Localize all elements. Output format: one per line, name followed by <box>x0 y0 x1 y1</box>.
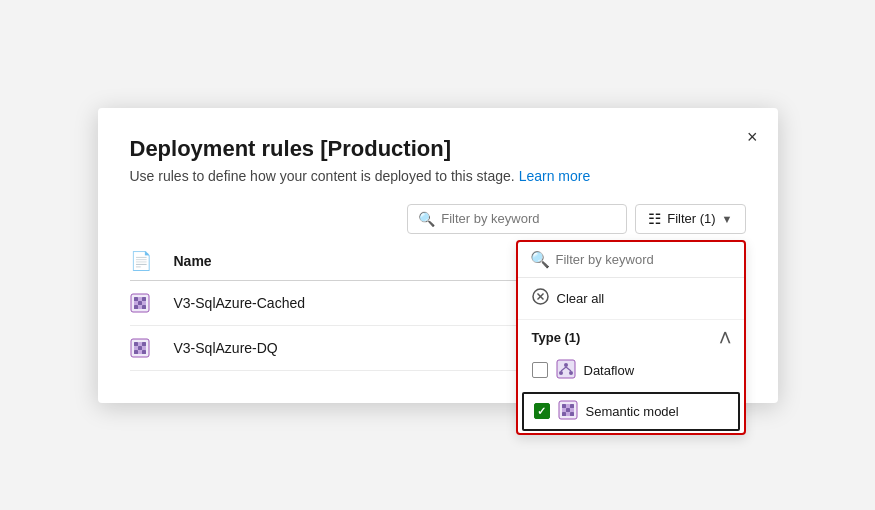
clear-all-button[interactable]: Clear all <box>518 278 744 320</box>
search-input[interactable] <box>441 211 616 226</box>
svg-rect-20 <box>134 297 138 301</box>
svg-rect-10 <box>562 404 566 408</box>
header-icon-col: 📄 <box>130 250 174 272</box>
filter-item-semantic-model[interactable]: Semantic model <box>522 392 740 431</box>
row-icon-col <box>130 293 174 313</box>
toolbar-row: 🔍 ☷ Filter (1) ▼ 🔍 <box>130 204 746 234</box>
svg-rect-35 <box>138 350 142 354</box>
svg-rect-14 <box>566 404 570 408</box>
svg-rect-15 <box>566 412 570 416</box>
svg-rect-26 <box>134 301 138 305</box>
dialog-title: Deployment rules [Production] <box>130 136 746 162</box>
dataflow-checkbox[interactable] <box>532 362 548 378</box>
semantic-model-checkbox[interactable] <box>534 403 550 419</box>
row-icon-col <box>130 338 174 358</box>
learn-more-link[interactable]: Learn more <box>519 168 591 184</box>
svg-rect-11 <box>570 404 574 408</box>
svg-rect-23 <box>142 305 146 309</box>
svg-rect-25 <box>138 305 142 309</box>
dropdown-search-row[interactable]: 🔍 <box>518 242 744 278</box>
search-icon: 🔍 <box>418 211 435 227</box>
svg-point-5 <box>559 371 563 375</box>
dataflow-icon <box>556 359 576 382</box>
svg-rect-37 <box>142 346 146 350</box>
svg-rect-13 <box>570 412 574 416</box>
svg-rect-32 <box>134 350 138 354</box>
document-icon: 📄 <box>130 251 152 271</box>
type-section-label: Type (1) <box>532 330 581 345</box>
semantic-model-icon <box>558 400 578 423</box>
filter-button[interactable]: ☷ Filter (1) ▼ <box>635 204 745 234</box>
type-section-header[interactable]: Type (1) ⋀ <box>518 320 744 351</box>
type-collapse-icon: ⋀ <box>720 330 730 344</box>
svg-rect-17 <box>570 408 574 412</box>
svg-rect-36 <box>134 346 138 350</box>
filter-lines-icon: ☷ <box>648 210 661 228</box>
filter-dropdown-panel: 🔍 Clear all <box>516 240 746 435</box>
svg-rect-31 <box>142 342 146 346</box>
close-button[interactable]: × <box>747 128 758 146</box>
clear-all-label: Clear all <box>557 291 605 306</box>
dataflow-label: Dataflow <box>584 363 635 378</box>
svg-rect-28 <box>138 301 142 305</box>
svg-rect-30 <box>134 342 138 346</box>
svg-rect-18 <box>566 408 570 412</box>
svg-rect-3 <box>557 360 575 378</box>
deployment-rules-dialog: × Deployment rules [Production] Use rule… <box>98 108 778 403</box>
svg-rect-22 <box>134 305 138 309</box>
svg-rect-16 <box>562 408 566 412</box>
chevron-down-icon: ▼ <box>722 213 733 225</box>
filter-item-dataflow[interactable]: Dataflow <box>518 351 744 390</box>
filter-label: Filter (1) <box>667 211 715 226</box>
svg-rect-24 <box>138 297 142 301</box>
svg-rect-34 <box>138 342 142 346</box>
dropdown-search-input[interactable] <box>556 252 732 267</box>
keyword-search-box[interactable]: 🔍 <box>407 204 627 234</box>
svg-point-4 <box>564 363 568 367</box>
dialog-subtitle: Use rules to define how your content is … <box>130 168 746 184</box>
dropdown-search-icon: 🔍 <box>530 250 550 269</box>
clear-all-icon <box>532 288 549 309</box>
svg-rect-12 <box>562 412 566 416</box>
svg-point-6 <box>569 371 573 375</box>
svg-rect-27 <box>142 301 146 305</box>
svg-rect-21 <box>142 297 146 301</box>
semantic-model-label: Semantic model <box>586 404 679 419</box>
svg-rect-38 <box>138 346 142 350</box>
svg-rect-33 <box>142 350 146 354</box>
